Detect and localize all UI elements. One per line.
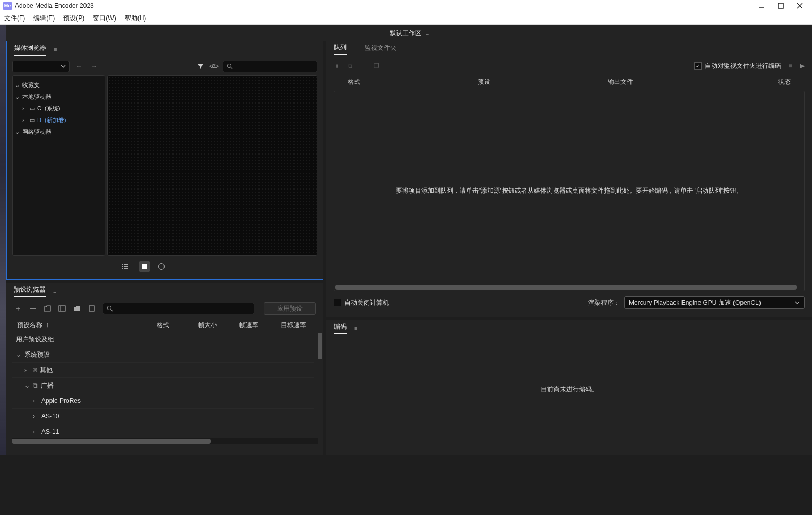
media-browser-menu-icon[interactable]: ≡ xyxy=(54,46,57,53)
broadcast-icon: ⧉ xyxy=(33,382,38,389)
svg-point-5 xyxy=(228,64,231,68)
preset-vscrollbar[interactable] xyxy=(318,333,322,359)
add-source-button[interactable]: ＋ xyxy=(334,62,340,71)
media-search-input[interactable] xyxy=(223,61,317,72)
queue-hscrollbar[interactable] xyxy=(335,285,797,290)
row-label: 其他 xyxy=(40,366,53,375)
menu-window[interactable]: 窗口(W) xyxy=(93,14,116,23)
tab-media-browser[interactable]: 媒体浏览器 xyxy=(14,44,46,56)
render-engine-select[interactable]: Mercury Playback Engine GPU 加速 (OpenCL) xyxy=(624,296,805,309)
preset-newgroup-button[interactable] xyxy=(44,305,52,312)
preset-add-button[interactable]: ＋ xyxy=(14,304,22,313)
minimize-button[interactable] xyxy=(758,2,765,10)
preset-export-button[interactable] xyxy=(88,305,97,312)
row-label: AS-11 xyxy=(41,428,59,435)
view-thumbnail-button[interactable] xyxy=(139,261,150,272)
app-title: Adobe Media Encoder 2023 xyxy=(15,2,758,10)
header-target-rate[interactable]: 目标速率 xyxy=(281,321,313,330)
preset-row-as11[interactable]: ›AS-11 xyxy=(12,424,314,438)
header-format[interactable]: 格式 xyxy=(157,321,194,330)
preset-row-user[interactable]: 用户预设及组 xyxy=(12,332,314,347)
close-button[interactable] xyxy=(796,2,804,10)
svg-rect-13 xyxy=(142,264,147,269)
drive-icon: ▭ xyxy=(30,105,35,112)
tab-queue[interactable]: 队列 xyxy=(334,43,347,55)
tab-watch-folder[interactable]: 监视文件夹 xyxy=(365,44,396,55)
preset-row-broadcast[interactable]: ⌄⧉广播 xyxy=(12,378,314,393)
encoding-menu-icon[interactable]: ≡ xyxy=(354,325,357,331)
tab-encoding[interactable]: 编码 xyxy=(334,322,347,334)
media-tree: ⌄收藏夹 ⌄本地驱动器 ›▭C: (系统) ›▭D: (新加卷) ⌄网络驱动器 xyxy=(12,75,105,256)
monitor-icon: ⎚ xyxy=(33,366,37,374)
header-frame-rate[interactable]: 帧速率 xyxy=(239,321,277,330)
media-path-dropdown[interactable] xyxy=(12,61,70,72)
preset-row-as10[interactable]: ›AS-10 xyxy=(12,409,314,424)
svg-line-18 xyxy=(111,310,113,311)
zoom-slider[interactable] xyxy=(158,263,210,270)
workspace-menu-icon[interactable]: ≡ xyxy=(426,30,429,36)
media-preview-area xyxy=(107,75,317,256)
auto-encode-checkbox[interactable]: ✓ 自动对监视文件夹进行编码 xyxy=(694,62,781,71)
stop-queue-button[interactable]: ■ xyxy=(789,62,792,70)
queue-menu-icon[interactable]: ≡ xyxy=(354,46,357,52)
app-icon: Me xyxy=(3,2,12,10)
preset-import-button[interactable] xyxy=(73,305,82,312)
preset-hscrollbar[interactable] xyxy=(12,438,318,444)
tree-label: C: (系统) xyxy=(37,105,60,113)
menu-help[interactable]: 帮助(H) xyxy=(125,14,146,23)
tree-label: 本地驱动器 xyxy=(22,93,51,101)
menubar: 文件(F) 编辑(E) 预设(P) 窗口(W) 帮助(H) xyxy=(0,12,812,25)
queue-panel: 队列 ≡ 监视文件夹 ＋ ⧉ — ❐ ✓ 自动对监视文件夹进行编码 ■ ▶ 格式… xyxy=(326,41,812,317)
header-status: 状态 xyxy=(738,78,791,87)
sort-arrow-icon: ↑ xyxy=(46,321,49,329)
eye-icon[interactable] xyxy=(209,63,219,70)
header-output: 输出文件 xyxy=(608,78,738,87)
maximize-button[interactable] xyxy=(777,2,784,10)
view-list-button[interactable] xyxy=(120,261,131,272)
remove-button[interactable]: — xyxy=(360,62,366,70)
workspace-bar: 默认工作区 ≡ xyxy=(6,25,812,41)
auto-encode-label: 自动对监视文件夹进行编码 xyxy=(705,62,781,71)
menu-preset[interactable]: 预设(P) xyxy=(63,14,84,23)
svg-rect-16 xyxy=(89,306,94,311)
workspace-label[interactable]: 默认工作区 xyxy=(390,29,421,38)
preset-settings-button[interactable] xyxy=(58,305,67,312)
menu-edit[interactable]: 编辑(E) xyxy=(33,14,55,23)
edge-strip xyxy=(0,25,6,455)
preset-search-input[interactable] xyxy=(103,303,254,314)
preset-browser-menu-icon[interactable]: ≡ xyxy=(53,288,56,294)
titlebar: Me Adobe Media Encoder 2023 xyxy=(0,0,812,12)
nav-forward-button[interactable]: → xyxy=(89,63,99,70)
filter-icon[interactable] xyxy=(196,62,205,71)
tab-preset-browser[interactable]: 预设浏览器 xyxy=(14,285,46,297)
preset-row-other[interactable]: ›⎚其他 xyxy=(12,363,314,378)
tree-drive-c[interactable]: ›▭C: (系统) xyxy=(15,102,102,114)
menu-file[interactable]: 文件(F) xyxy=(4,14,25,23)
drive-icon: ▭ xyxy=(30,117,35,124)
add-output-button[interactable]: ⧉ xyxy=(348,62,352,70)
duplicate-button[interactable]: ❐ xyxy=(374,62,379,70)
header-preset-name[interactable]: 预设名称 xyxy=(17,321,42,330)
queue-drop-area[interactable]: 要将项目添加到队列，请单击"添加源"按钮或者从媒体浏览器或桌面将文件拖到此处。要… xyxy=(334,91,805,291)
tree-local-drives[interactable]: ⌄本地驱动器 xyxy=(15,91,102,102)
chevron-down-icon xyxy=(794,301,800,305)
row-label: AS-10 xyxy=(41,413,59,420)
tree-label: 收藏夹 xyxy=(22,81,40,89)
preset-row-apple-prores[interactable]: ›Apple ProRes xyxy=(12,393,314,409)
start-queue-button[interactable]: ▶ xyxy=(800,62,805,70)
auto-shutdown-checkbox[interactable]: 自动关闭计算机 xyxy=(334,298,389,307)
tree-favorites[interactable]: ⌄收藏夹 xyxy=(15,79,102,91)
svg-point-4 xyxy=(213,65,215,68)
tree-drive-d[interactable]: ›▭D: (新加卷) xyxy=(15,114,102,126)
media-browser-panel: 媒体浏览器 ≡ ← → ⌄收藏夹 ⌄本地驱动器 ›▭C: (系统) ›▭D: (… xyxy=(6,41,323,280)
render-label: 渲染程序： xyxy=(588,298,620,307)
header-frame-size[interactable]: 帧大小 xyxy=(198,321,235,330)
tree-network-drives[interactable]: ⌄网络驱动器 xyxy=(15,126,102,138)
preset-remove-button[interactable]: — xyxy=(29,305,37,312)
render-engine-value: Mercury Playback Engine GPU 加速 (OpenCL) xyxy=(629,298,761,307)
nav-back-button[interactable]: ← xyxy=(74,63,84,70)
zoom-handle-icon xyxy=(158,263,165,270)
tree-label: 网络驱动器 xyxy=(22,128,51,136)
apply-preset-button[interactable]: 应用预设 xyxy=(264,302,316,315)
preset-row-system[interactable]: ⌄系统预设 xyxy=(12,347,314,363)
